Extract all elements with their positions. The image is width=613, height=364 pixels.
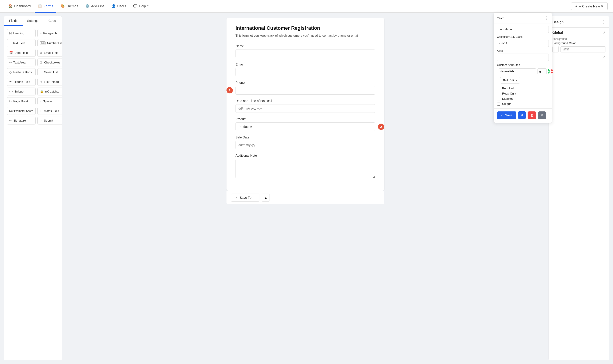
- field-number-field[interactable]: 123 Number Field: [37, 39, 62, 47]
- select-icon: ☰: [40, 70, 43, 74]
- field-email-field[interactable]: ✉ Email Field: [37, 49, 62, 57]
- flyout-close-button[interactable]: ✕: [538, 111, 546, 119]
- checkbox-disabled: Disabled: [494, 96, 552, 101]
- badge-1: 1: [227, 87, 233, 93]
- field-nps[interactable]: Net Promoter Score: [7, 107, 36, 115]
- attr-checkbox[interactable]: [497, 70, 497, 73]
- required-checkbox[interactable]: [497, 87, 500, 90]
- field-recaptcha[interactable]: 🔒 reCaptcha: [37, 88, 62, 95]
- delete-icon: 🗑: [530, 114, 533, 117]
- nav-forms[interactable]: 📋 Forms: [35, 0, 56, 13]
- attr-add-button[interactable]: +: [548, 69, 550, 74]
- more-options-icon[interactable]: ⋮: [602, 19, 606, 24]
- field-snippet[interactable]: </> Snippet: [7, 88, 36, 95]
- input-datetime[interactable]: [235, 104, 375, 113]
- field-matrix[interactable]: ⊞ Matrix Field: [37, 107, 62, 115]
- form-label-input[interactable]: [497, 26, 549, 33]
- checkbox-unique: Unique: [494, 101, 552, 106]
- spacer-icon: ↕: [40, 100, 41, 103]
- bulk-editor-button[interactable]: Bulk Editor: [500, 77, 520, 83]
- field-upload-label: File Upload: [44, 80, 59, 83]
- nav-forms-label: Forms: [43, 4, 53, 8]
- flyout-copy-button[interactable]: ⧉: [518, 111, 526, 119]
- users-icon: 👤: [111, 4, 116, 8]
- right-panel-body: Global ∧ Background Background Color #ff…: [549, 28, 609, 360]
- nav-users[interactable]: 👤 Users: [109, 0, 129, 13]
- form-actions-bar: ✓ Save Form ▲: [227, 191, 384, 204]
- nav-help[interactable]: 💬 Help ▾: [130, 0, 152, 13]
- field-heading-label: Heading: [13, 31, 24, 35]
- alias-input[interactable]: [497, 53, 549, 61]
- field-hidden-field[interactable]: 👁 Hidden Field: [7, 78, 36, 86]
- field-page-break[interactable]: ✂ Page Break: [7, 97, 36, 105]
- form-group-product: Product 2: [235, 117, 375, 131]
- tab-fields[interactable]: Fields: [4, 16, 23, 26]
- attr-key-input[interactable]: [499, 68, 536, 74]
- text-flyout-header: Text ⋮: [494, 13, 552, 23]
- disabled-checkbox[interactable]: [497, 97, 500, 100]
- field-checkboxes[interactable]: ☑ Checkboxes: [37, 59, 62, 66]
- flyout-delete-button[interactable]: 🗑: [528, 111, 536, 119]
- form-group-name: Name: [235, 44, 375, 58]
- expand-button[interactable]: ▲: [262, 194, 270, 202]
- input-additional-note[interactable]: [235, 159, 375, 178]
- field-paragraph[interactable]: ≡ Paragraph: [37, 29, 62, 37]
- text-field-icon: T: [9, 41, 11, 45]
- field-text-area[interactable]: ✏ Text Area: [7, 59, 36, 66]
- create-new-button[interactable]: + + Create New ∨: [571, 2, 608, 10]
- field-select-list[interactable]: ☰ Select List: [37, 68, 62, 76]
- input-sale-date[interactable]: [235, 141, 375, 149]
- flyout-form-label-group: [494, 23, 552, 33]
- readonly-checkbox[interactable]: [497, 92, 500, 95]
- field-submit[interactable]: ✓ Submit: [37, 117, 62, 125]
- form-title: International Customer Registration: [235, 25, 375, 31]
- recaptcha-icon: 🔒: [40, 90, 43, 93]
- checkmark-icon: ✓: [235, 196, 238, 199]
- number-field-icon: 123: [40, 41, 45, 45]
- field-number-label: Number Field: [47, 41, 62, 45]
- nav-dashboard[interactable]: 🏠 Dashboard: [5, 0, 34, 13]
- scroll-up-icon[interactable]: ∧: [603, 54, 606, 59]
- input-product[interactable]: [235, 122, 375, 131]
- heading-icon: H: [9, 31, 12, 35]
- home-icon: 🏠: [9, 4, 13, 8]
- label-email: Email: [235, 63, 375, 66]
- color-preview[interactable]: [552, 46, 559, 52]
- attr-val-input[interactable]: [537, 68, 546, 74]
- tab-settings[interactable]: Settings: [23, 16, 42, 26]
- field-date-field[interactable]: 📅 Date Field: [7, 49, 36, 57]
- unique-checkbox[interactable]: [497, 102, 500, 105]
- field-signature[interactable]: ✒ Signature: [7, 117, 36, 125]
- close-icon: ✕: [541, 114, 543, 117]
- flyout-action-buttons: ✓ Save ⧉ 🗑 ✕: [494, 108, 552, 120]
- label-product: Product: [235, 117, 375, 121]
- nav-addons[interactable]: ⚙️ Add-Ons: [82, 0, 108, 13]
- save-form-button[interactable]: ✓ Save Form: [231, 194, 259, 202]
- field-spacer[interactable]: ↕ Spacer: [37, 97, 62, 105]
- field-radio-buttons[interactable]: ◎ Radio Buttons: [7, 68, 36, 76]
- text-flyout-more-icon[interactable]: ⋮: [545, 15, 549, 21]
- field-text-field[interactable]: T Text Field: [7, 39, 36, 47]
- form-group-phone: Phone 1: [235, 81, 375, 94]
- input-name[interactable]: [235, 50, 375, 58]
- form-group-email: Email: [235, 63, 375, 76]
- field-heading[interactable]: H Heading: [7, 29, 36, 37]
- field-recaptcha-label: reCaptcha: [45, 90, 59, 93]
- container-css-input[interactable]: [497, 40, 549, 47]
- field-matrix-label: Matrix Field: [44, 109, 59, 113]
- tab-code[interactable]: Code: [43, 16, 62, 26]
- text-flyout-title: Text: [497, 16, 504, 20]
- global-section-header[interactable]: Global ∧: [549, 28, 609, 37]
- field-date-label: Date Field: [14, 51, 28, 54]
- flyout-save-button[interactable]: ✓ Save: [497, 111, 516, 119]
- panel-tabs: Fields Settings Code: [4, 16, 62, 26]
- field-checkboxes-label: Checkboxes: [44, 61, 60, 64]
- nav-users-label: Users: [117, 4, 126, 8]
- input-email[interactable]: [235, 68, 375, 76]
- field-file-upload[interactable]: ⬆ File Upload: [37, 78, 62, 86]
- input-phone[interactable]: [235, 86, 375, 94]
- attr-remove-button[interactable]: −: [551, 69, 553, 74]
- nav-themes[interactable]: 🎨 Themes: [57, 0, 81, 13]
- help-icon: 💬: [133, 4, 137, 8]
- field-select-label: Select List: [44, 70, 58, 74]
